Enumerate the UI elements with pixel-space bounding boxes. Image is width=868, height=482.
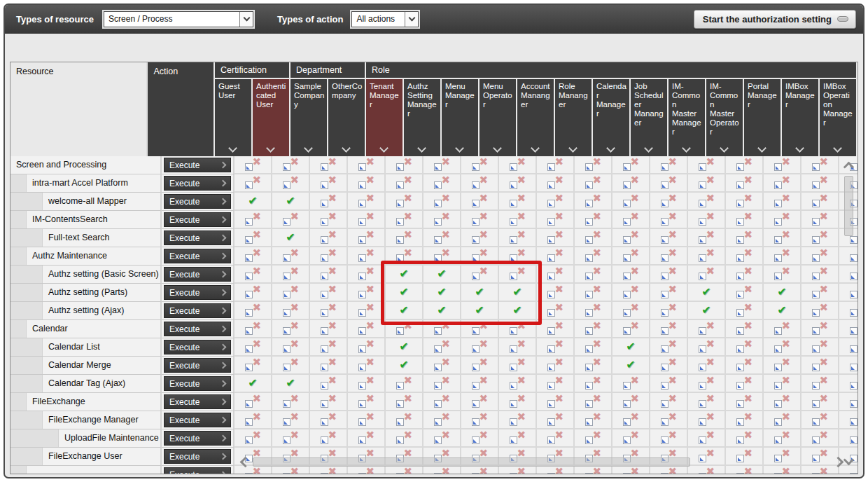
permission-cell[interactable]: ✖ <box>802 156 839 174</box>
permission-cell[interactable]: ✖ <box>764 247 802 266</box>
target-column-header[interactable]: Menu Operator <box>479 79 517 156</box>
permission-cell[interactable]: ✖ <box>424 411 461 429</box>
permission-cell[interactable]: ✖ <box>575 411 612 429</box>
permission-cell[interactable]: ✖ <box>802 357 839 375</box>
target-column-header[interactable]: Menu Manager <box>442 79 479 156</box>
permission-cell[interactable]: ✖ <box>348 247 386 266</box>
permission-cell[interactable]: ✖ <box>802 302 839 320</box>
permission-cell[interactable]: ✖ <box>461 357 499 375</box>
permission-cell[interactable]: ✖ <box>688 411 726 429</box>
target-column-header[interactable]: Role Mananger <box>555 79 593 156</box>
target-column-header[interactable]: Account Mananger <box>517 79 555 156</box>
permission-cell[interactable]: ✖ <box>310 375 348 393</box>
permission-cell[interactable]: ✖ <box>424 247 461 266</box>
permission-cell[interactable]: ✖ <box>575 174 612 193</box>
execute-action-button[interactable]: Execute <box>164 322 231 336</box>
permission-cell[interactable]: ✖ <box>234 174 272 193</box>
permission-cell[interactable]: ✖ <box>348 211 386 229</box>
target-column-header[interactable]: Guest User <box>215 79 253 156</box>
permission-cell[interactable]: ✖ <box>650 375 688 393</box>
permission-cell[interactable]: ✔ <box>424 284 461 302</box>
permission-cell[interactable]: ✖ <box>726 375 764 393</box>
execute-action-button[interactable]: Execute <box>164 413 231 427</box>
permission-cell[interactable]: ✖ <box>612 429 650 448</box>
target-column-header[interactable]: Tenant Manager <box>366 79 404 156</box>
permission-cell[interactable]: ✖ <box>650 266 688 284</box>
permission-cell[interactable]: ✔ <box>386 338 424 357</box>
permission-cell[interactable]: ✖ <box>310 156 348 174</box>
permission-cell[interactable]: ✖ <box>272 320 310 338</box>
permission-cell[interactable]: ✖ <box>272 266 310 284</box>
permission-cell[interactable]: ✖ <box>537 429 575 448</box>
permission-cell[interactable]: ✖ <box>612 411 650 429</box>
permission-cell[interactable]: ✖ <box>726 211 764 229</box>
permission-cell[interactable]: ✔ <box>499 284 537 302</box>
permission-cell[interactable]: ✖ <box>310 266 348 284</box>
permission-cell[interactable]: ✖ <box>650 229 688 247</box>
permission-cell[interactable]: ✔ <box>234 193 272 211</box>
permission-cell[interactable]: ✖ <box>650 411 688 429</box>
permission-cell[interactable]: ✔ <box>234 375 272 393</box>
permission-cell[interactable]: ✖ <box>764 211 802 229</box>
permission-cell[interactable]: ✖ <box>537 284 575 302</box>
permission-cell[interactable]: ✖ <box>386 375 424 393</box>
permission-cell[interactable]: ✖ <box>688 375 726 393</box>
execute-action-button[interactable]: Execute <box>164 358 231 373</box>
permission-cell[interactable]: ✖ <box>386 429 424 448</box>
permission-cell[interactable]: ✖ <box>612 229 650 247</box>
permission-cell[interactable]: ✖ <box>424 156 461 174</box>
target-column-header[interactable]: Calendar Manager <box>593 79 631 156</box>
permission-cell[interactable]: ✖ <box>764 393 802 411</box>
permission-cell[interactable]: ✖ <box>499 357 537 375</box>
permission-cell[interactable]: ✖ <box>650 193 688 211</box>
permission-cell[interactable]: ✖ <box>234 284 272 302</box>
permission-cell[interactable]: ✖ <box>386 320 424 338</box>
permission-cell[interactable]: ✖ <box>688 429 726 448</box>
permission-cell[interactable]: ✖ <box>234 411 272 429</box>
permission-cell[interactable]: ✖ <box>612 211 650 229</box>
permission-cell[interactable]: ✖ <box>348 320 386 338</box>
permission-cell[interactable]: ✖ <box>424 357 461 375</box>
permission-cell[interactable]: ✖ <box>612 302 650 320</box>
permission-cell[interactable]: ✖ <box>272 284 310 302</box>
permission-cell[interactable]: ✖ <box>537 229 575 247</box>
permission-cell[interactable]: ✖ <box>499 338 537 357</box>
vertical-scrollbar-thumb[interactable] <box>844 176 853 236</box>
permission-cell[interactable]: ✖ <box>688 266 726 284</box>
execute-action-button[interactable]: Execute <box>164 230 231 245</box>
permission-cell[interactable]: ✖ <box>802 211 839 229</box>
permission-cell[interactable]: ✖ <box>272 338 310 357</box>
permission-cell[interactable]: ✖ <box>537 174 575 193</box>
permission-cell[interactable]: ✖ <box>537 338 575 357</box>
target-column-header[interactable]: Portal Manager <box>744 79 782 156</box>
permission-cell[interactable]: ✖ <box>310 193 348 211</box>
permission-cell[interactable]: ✔ <box>499 302 537 320</box>
permission-cell[interactable]: ✖ <box>764 266 802 284</box>
permission-cell[interactable]: ✖ <box>575 247 612 266</box>
permission-cell[interactable]: ✖ <box>650 357 688 375</box>
permission-cell[interactable]: ✖ <box>348 193 386 211</box>
permission-cell[interactable]: ✖ <box>424 193 461 211</box>
permission-cell[interactable]: ✖ <box>802 320 839 338</box>
permission-cell[interactable]: ✖ <box>650 429 688 448</box>
permission-cell[interactable]: ✖ <box>499 375 537 393</box>
permission-cell[interactable]: ✖ <box>537 393 575 411</box>
permission-cell[interactable]: ✖ <box>650 156 688 174</box>
permission-cell[interactable]: ✖ <box>461 174 499 193</box>
permission-cell[interactable]: ✖ <box>612 156 650 174</box>
permission-cell[interactable]: ✖ <box>461 211 499 229</box>
execute-action-button[interactable]: Execute <box>164 158 231 172</box>
permission-cell[interactable]: ✖ <box>424 338 461 357</box>
permission-cell[interactable]: ✖ <box>575 229 612 247</box>
permission-cell[interactable]: ✖ <box>499 266 537 284</box>
permission-cell[interactable]: ✖ <box>348 284 386 302</box>
permission-cell[interactable]: ✖ <box>802 411 839 429</box>
target-column-header[interactable]: Job Scheduler Mananger <box>631 79 668 156</box>
permission-cell[interactable]: ✖ <box>386 156 424 174</box>
permission-cell[interactable]: ✖ <box>272 247 310 266</box>
permission-cell[interactable]: ✖ <box>537 266 575 284</box>
permission-cell[interactable]: ✖ <box>726 429 764 448</box>
permission-cell[interactable]: ✔ <box>688 302 726 320</box>
permission-cell[interactable]: ✖ <box>575 375 612 393</box>
permission-cell[interactable]: ✖ <box>310 284 348 302</box>
